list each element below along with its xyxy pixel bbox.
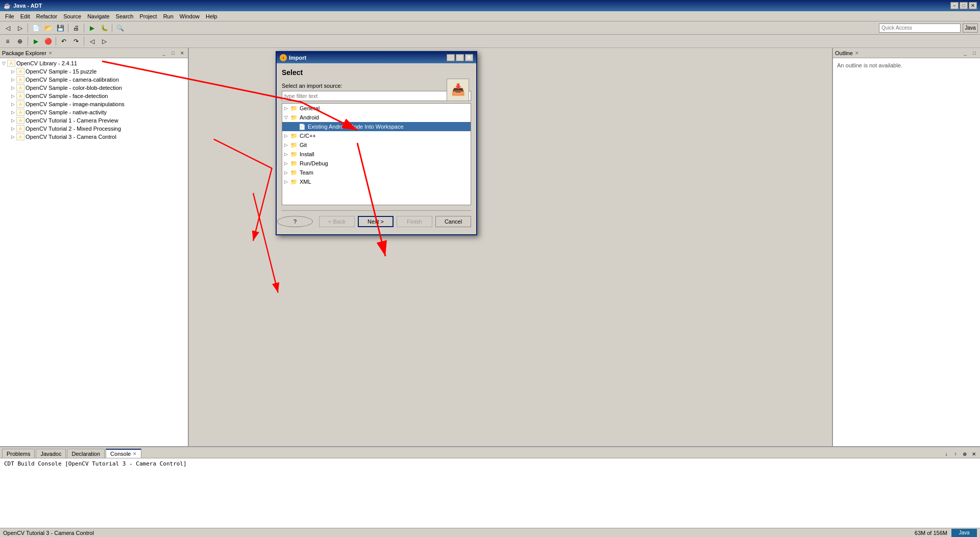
- toolbar2-next[interactable]: ▷: [99, 36, 110, 47]
- title-bar: ☕ Java - ADT − □ ✕: [0, 0, 980, 11]
- menu-project[interactable]: Project: [136, 12, 160, 20]
- console-btn2[interactable]: ↑: [951, 450, 960, 458]
- next-button[interactable]: Next >: [358, 216, 394, 227]
- project-icon: A: [16, 92, 24, 100]
- outline-maximize-btn[interactable]: □: [971, 50, 978, 57]
- dialog-title: Import: [289, 55, 306, 61]
- menu-search[interactable]: Search: [113, 12, 137, 20]
- folder-team-icon: 📁: [290, 169, 299, 176]
- list-item[interactable]: ▷ A OpenCV Tutorial 1 - Camera Preview: [1, 116, 187, 125]
- list-item[interactable]: ▷ A OpenCV Tutorial 2 - Mixed Processing: [1, 125, 187, 133]
- tab-javadoc[interactable]: Javadoc: [36, 449, 66, 458]
- dialog-wizard-icon: 📥: [447, 79, 469, 101]
- filter-input[interactable]: [282, 91, 471, 101]
- toolbar2-prev[interactable]: ◁: [86, 36, 97, 47]
- java-perspective[interactable]: Java: [963, 23, 978, 33]
- forward-button[interactable]: ▷: [14, 22, 26, 34]
- cancel-button[interactable]: Cancel: [435, 216, 471, 227]
- print-button[interactable]: 🖨: [70, 22, 82, 34]
- title-controls: − □ ✕: [950, 2, 977, 9]
- import-dialog: i Import _ □ ✕ Select 📥 Select an import…: [276, 51, 477, 235]
- toolbar2-debug[interactable]: 🔴: [42, 36, 54, 47]
- dialog-icon: i: [280, 54, 287, 61]
- console-btn3[interactable]: ⊕: [961, 450, 969, 458]
- new-button[interactable]: 📄: [30, 22, 41, 34]
- toolbar2-btn2[interactable]: ⊕: [14, 36, 26, 47]
- tree-toggle: ▷: [11, 118, 16, 123]
- menu-source[interactable]: Source: [60, 12, 84, 20]
- console-btn4[interactable]: ✕: [970, 450, 978, 458]
- tree-toggle: ▷: [11, 69, 16, 74]
- toolbar2-redo[interactable]: ↷: [70, 36, 82, 47]
- outline-header: Outline ✕ _ □: [833, 48, 980, 58]
- list-item[interactable]: ▷ A OpenCV Sample - color-blob-detection: [1, 84, 187, 92]
- search-button[interactable]: 🔍: [114, 22, 126, 34]
- dialog-titlebar: i Import _ □ ✕: [277, 52, 476, 63]
- back-button[interactable]: ◁: [2, 22, 13, 34]
- menu-refactor[interactable]: Refactor: [33, 12, 61, 20]
- open-button[interactable]: 📂: [42, 22, 54, 34]
- folder-android-icon: 📁: [290, 114, 299, 121]
- console-btn1[interactable]: ↓: [942, 450, 950, 458]
- outline-tab-close: ✕: [855, 51, 859, 56]
- save-button[interactable]: 💾: [55, 22, 66, 34]
- tree-label: OpenCV Sample - 15 puzzle: [26, 68, 96, 75]
- tree-xml[interactable]: ▷ 📁 XML: [282, 177, 471, 186]
- list-item[interactable]: ▷ A OpenCV Sample - native-activity: [1, 108, 187, 116]
- project-icon: A: [16, 76, 24, 83]
- tab-console[interactable]: Console ✕: [106, 449, 141, 458]
- menu-file[interactable]: File: [2, 12, 17, 20]
- tab-problems[interactable]: Problems: [2, 449, 35, 458]
- tree-git[interactable]: ▷ 📁 Git: [282, 140, 471, 150]
- debug-button[interactable]: 🐛: [99, 22, 110, 34]
- toggle-xml: ▷: [284, 179, 290, 184]
- list-item[interactable]: ▷ A OpenCV Tutorial 3 - Camera Control: [1, 133, 187, 141]
- back-button[interactable]: < Back: [319, 216, 355, 227]
- menu-help[interactable]: Help: [203, 12, 220, 20]
- dialog-maximize-btn[interactable]: □: [456, 54, 464, 61]
- folder-xml-icon: 📁: [290, 179, 299, 185]
- list-item[interactable]: ▷ A OpenCV Sample - 15 puzzle: [1, 67, 187, 76]
- tree-existing-android[interactable]: 📄 Existing Android Code Into Workspace: [282, 122, 471, 131]
- outline-message: An outline is not available.: [837, 62, 902, 68]
- list-item[interactable]: ▷ A OpenCV Sample - camera-calibration: [1, 76, 187, 84]
- dialog-close-btn[interactable]: ✕: [465, 54, 473, 61]
- tab-declaration[interactable]: Declaration: [67, 449, 105, 458]
- menu-run[interactable]: Run: [160, 12, 177, 20]
- separator: [84, 23, 84, 33]
- outline-minimize-btn[interactable]: _: [962, 50, 969, 57]
- pkg-close-btn[interactable]: ✕: [179, 50, 186, 57]
- tree-android[interactable]: ▽ 📁 Android: [282, 113, 471, 122]
- tree-label: OpenCV Tutorial 3 - Camera Control: [26, 134, 116, 140]
- tree-install[interactable]: ▷ 📁 Install: [282, 150, 471, 159]
- quick-access-area: Java: [879, 23, 978, 33]
- toolbar2-btn1[interactable]: ≡: [2, 36, 13, 47]
- menu-navigate[interactable]: Navigate: [84, 12, 112, 20]
- close-button[interactable]: ✕: [969, 2, 977, 9]
- tree-general[interactable]: ▷ 📁 General: [282, 104, 471, 113]
- minimize-button[interactable]: −: [950, 2, 959, 9]
- toolbar2-run[interactable]: ▶: [30, 36, 41, 47]
- finish-button[interactable]: Finish: [397, 216, 432, 227]
- pkg-maximize-btn[interactable]: □: [169, 50, 177, 57]
- menu-edit[interactable]: Edit: [17, 12, 33, 20]
- toolbar2-undo[interactable]: ↶: [58, 36, 69, 47]
- list-item[interactable]: ▷ A OpenCV Sample - face-detection: [1, 92, 187, 100]
- toggle-android: ▽: [284, 115, 290, 120]
- help-button[interactable]: ?: [277, 216, 313, 227]
- tree-root-item[interactable]: ▽ A OpenCV Library - 2.4.11: [1, 59, 187, 67]
- pkg-minimize-btn[interactable]: _: [160, 50, 167, 57]
- dialog-minimize-btn[interactable]: _: [447, 54, 455, 61]
- tree-rundebug[interactable]: ▷ 📁 Run/Debug: [282, 159, 471, 168]
- list-item[interactable]: ▷ A OpenCV Sample - image-manipulations: [1, 100, 187, 108]
- menu-window[interactable]: Window: [177, 12, 203, 20]
- tree-item-label: Install: [300, 151, 314, 157]
- tree-cpp[interactable]: ▷ 📁 C/C++: [282, 131, 471, 140]
- maximize-button[interactable]: □: [960, 2, 968, 9]
- tree-team[interactable]: ▷ 📁 Team: [282, 168, 471, 177]
- run-button[interactable]: ▶: [86, 22, 97, 34]
- quick-access-input[interactable]: [879, 23, 961, 33]
- bottom-panel: Problems Javadoc Declaration Console ✕ ↓…: [0, 446, 980, 528]
- outline-panel: Outline ✕ _ □ An outline is not availabl…: [832, 48, 980, 446]
- tree-toggle: ▷: [11, 126, 16, 131]
